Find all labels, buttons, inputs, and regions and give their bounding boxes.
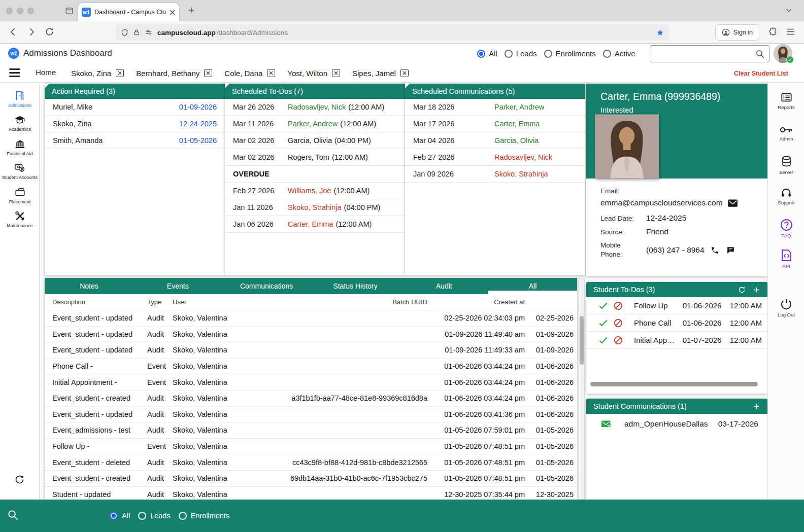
address-bar[interactable]: campuscloud.app/dashboard/Admissions ★: [116, 24, 669, 41]
email-value[interactable]: emma@campuscloudservices.com: [600, 198, 723, 207]
table-row[interactable]: Event_student - deleted Audit Skoko, Val…: [45, 454, 577, 471]
rightbar-item-api[interactable]: API: [768, 249, 804, 269]
back-button[interactable]: [8, 27, 18, 37]
browser-menu-icon[interactable]: [786, 28, 795, 36]
search-icon[interactable]: [755, 49, 765, 59]
forward-button[interactable]: [26, 27, 37, 37]
table-scrollbar[interactable]: [578, 278, 585, 500]
reload-button[interactable]: [45, 27, 54, 37]
add-communication-icon[interactable]: [753, 403, 760, 410]
table-row[interactable]: Event_student - created Audit Skoko, Val…: [45, 471, 577, 487]
complete-check-icon[interactable]: [599, 302, 608, 309]
column-header-created-at[interactable]: Created at: [427, 298, 525, 306]
todos-horizontal-scrollbar[interactable]: [590, 382, 758, 386]
rightbar-item-reports[interactable]: Reports: [768, 92, 804, 110]
extensions-icon[interactable]: [769, 27, 778, 36]
sidebar-item-student-accounts[interactable]: Student Accounts: [0, 162, 40, 180]
menu-icon[interactable]: [9, 68, 20, 77]
todo-row[interactable]: Jan 11 2026Skoko, Strahinja(04:00 PM): [225, 199, 405, 216]
activity-tab[interactable]: Audit: [399, 278, 488, 294]
minimize-window-button[interactable]: [17, 8, 23, 14]
comm-row[interactable]: Feb 27 2026Radosavljev, Nick: [405, 149, 585, 166]
header-filter-radio[interactable]: Active: [603, 49, 635, 58]
rightbar-item-log-out[interactable]: Log Out: [768, 298, 804, 317]
radio-icon[interactable]: [505, 50, 513, 58]
todo-row[interactable]: Jan 06 2026Carter, Emma(12:00 AM): [225, 216, 405, 233]
todo-row[interactable]: Mar 11 2026Parker, Andrew(12:00 AM): [225, 116, 405, 132]
student-chip[interactable]: Sipes, Jamel: [352, 69, 409, 78]
search-icon[interactable]: [7, 509, 19, 521]
bottom-filter-radio[interactable]: Leads: [138, 512, 171, 520]
radio-icon[interactable]: [138, 512, 146, 520]
sms-icon[interactable]: [726, 246, 735, 255]
comm-row[interactable]: Mar 18 2026Parker, Andrew: [405, 99, 585, 116]
todo-row[interactable]: Mar 02 2026Garcia, Olivia(04:00 PM): [225, 132, 405, 149]
close-window-button[interactable]: [6, 8, 13, 14]
radio-icon[interactable]: [603, 50, 611, 58]
refresh-icon[interactable]: [738, 286, 746, 294]
student-chip[interactable]: Cole, Dana: [224, 69, 275, 78]
table-row[interactable]: Follow Up - Event Skoko, Valentina 01-05…: [45, 439, 577, 455]
action-date[interactable]: 01-05-2026: [179, 136, 217, 145]
chip-close-icon[interactable]: [204, 69, 212, 77]
sidebar-item-admissions[interactable]: Admissions: [0, 90, 40, 108]
window-controls[interactable]: [6, 8, 34, 14]
sidebar-item-placement[interactable]: Placement: [0, 187, 40, 204]
scrollbar-thumb[interactable]: [580, 316, 584, 365]
tracking-shield-icon[interactable]: [121, 29, 128, 37]
todo-row[interactable]: Mar 02 2026Rogers, Tom(12:00 AM): [225, 149, 405, 166]
action-required-row[interactable]: Smith, Amanda01-05-2026: [45, 132, 225, 149]
action-required-row[interactable]: Skoko, Zina12-24-2025: [45, 116, 225, 132]
maximize-window-button[interactable]: [27, 8, 34, 14]
student-chip[interactable]: Bernhard, Bethany: [136, 69, 212, 78]
action-required-row[interactable]: Muriel, Mike01-09-2026: [45, 99, 225, 116]
student-todo-row[interactable]: Initial App… 01-07-2026 12:00 AM: [586, 332, 767, 349]
table-row[interactable]: Event_student - updated Audit Skoko, Val…: [45, 407, 577, 423]
tab-list-chevron-icon[interactable]: [785, 6, 793, 14]
chip-close-icon[interactable]: [332, 69, 340, 77]
sidebar-item-academics[interactable]: Academics: [0, 114, 40, 132]
student-communication-row[interactable]: adm_OpenHouseDallas 03-17-2026: [586, 414, 767, 434]
radio-icon[interactable]: [544, 50, 552, 58]
bookmark-star-icon[interactable]: ★: [656, 28, 664, 37]
column-header-type[interactable]: Type: [147, 298, 173, 306]
rightbar-item-server[interactable]: Server: [768, 156, 804, 175]
complete-check-icon[interactable]: [599, 320, 608, 327]
activity-tab[interactable]: Communications: [222, 278, 311, 294]
activity-tab[interactable]: Events: [133, 278, 222, 294]
lock-icon[interactable]: [133, 29, 140, 36]
radio-icon[interactable]: [179, 512, 187, 520]
mail-icon[interactable]: [728, 199, 738, 207]
firefox-view-icon[interactable]: [65, 7, 74, 15]
column-header-description[interactable]: Description: [45, 298, 147, 306]
table-row[interactable]: Event_student - updated Audit Skoko, Val…: [45, 327, 577, 343]
table-row[interactable]: Initial Appointment - Event Skoko, Valen…: [45, 374, 577, 391]
rightbar-item-admin[interactable]: Admin: [768, 125, 804, 141]
cancel-icon[interactable]: [614, 318, 623, 328]
comm-row[interactable]: Jan 09 2026Skoko, Strahinja: [405, 166, 585, 183]
table-row[interactable]: Phone Call - Event Skoko, Valentina 01-0…: [45, 359, 577, 375]
bottom-filter-radio[interactable]: All: [110, 512, 130, 520]
permissions-icon[interactable]: [145, 29, 153, 36]
table-row[interactable]: Event_student - created Audit Skoko, Val…: [45, 391, 577, 407]
phone-icon[interactable]: [711, 246, 719, 255]
header-filter-radio[interactable]: Enrollments: [544, 49, 596, 58]
student-todo-row[interactable]: Follow Up 01-06-2026 12:00 AM: [586, 297, 767, 314]
todo-row[interactable]: Feb 27 2026Williams, Joe(12:00 AM): [225, 183, 405, 199]
cancel-icon[interactable]: [614, 336, 623, 345]
complete-check-icon[interactable]: [599, 337, 608, 344]
search-input[interactable]: [654, 48, 751, 60]
table-row[interactable]: Event_student - updated Audit Skoko, Val…: [45, 310, 577, 327]
home-link[interactable]: Home: [36, 68, 56, 77]
chip-close-icon[interactable]: [400, 69, 409, 77]
activity-tab[interactable]: All: [488, 278, 577, 294]
todo-row[interactable]: Mar 26 2026Radosavljev, Nick(12:00 AM): [225, 99, 405, 116]
sidebar-item-maintenance[interactable]: Maintenance: [0, 210, 40, 228]
cancel-icon[interactable]: [614, 301, 623, 310]
student-chip[interactable]: Yost, Wilton: [287, 69, 340, 78]
comm-row[interactable]: Mar 17 2026Carter, Emma: [405, 116, 585, 132]
rightbar-item-faq[interactable]: FAQ: [768, 219, 804, 238]
sidebar-item-financial-aid[interactable]: Financial Aid: [0, 138, 40, 156]
table-row[interactable]: Event_student - updated Audit Skoko, Val…: [45, 342, 577, 359]
activity-tab[interactable]: Notes: [45, 278, 133, 294]
